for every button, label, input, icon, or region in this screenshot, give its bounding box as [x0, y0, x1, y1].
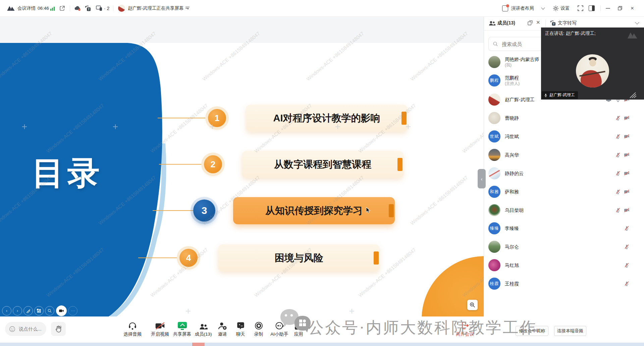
layout-icon	[502, 0, 508, 16]
layout-switch-button[interactable]: 演讲者布局	[511, 0, 534, 16]
people-icon	[199, 324, 208, 330]
cloud-record-icon[interactable]	[74, 0, 82, 16]
toolbar-video-button[interactable]: 开启视频	[147, 318, 173, 341]
share-screen-icon	[178, 322, 187, 330]
sidebar-collapse-handle[interactable]: ‹	[478, 169, 486, 188]
record-icon	[255, 322, 263, 330]
deco-plus	[210, 124, 215, 129]
accent-bar	[397, 158, 402, 171]
divider	[70, 5, 70, 11]
annotate-windows-icon[interactable]	[34, 306, 44, 315]
speaking-indicator: 正在讲话: 赵广辉-武理工;	[545, 31, 596, 37]
minimize-button[interactable]	[603, 0, 613, 16]
mic-muted-icon	[624, 263, 630, 268]
avatar: 桂霞	[488, 278, 500, 290]
avatar	[488, 204, 500, 216]
network-signal-icon	[50, 0, 55, 16]
member-row[interactable]: 高兴华	[488, 148, 639, 162]
tab-transcript[interactable]: 文字转写	[558, 20, 577, 26]
accent-bar	[389, 204, 394, 217]
deco-plus	[335, 124, 340, 129]
member-name: 赵广辉-武理工	[505, 97, 535, 103]
divider	[113, 5, 113, 11]
annotate-prev-icon[interactable]: ‹	[2, 306, 11, 315]
speaker-name-tag: 赵广辉-武理工	[542, 91, 578, 99]
member-row[interactable]: 马红旭	[488, 258, 639, 273]
side-panel-toggle-icon[interactable]	[589, 0, 595, 16]
camera-off-icon	[624, 208, 630, 213]
mic-muted-icon	[615, 134, 621, 139]
maximize-button[interactable]	[615, 0, 625, 16]
member-name: 乌日柴胡	[505, 207, 524, 213]
tab-members[interactable]: 成员(13)	[497, 20, 515, 26]
close-icon[interactable]: ✕	[536, 19, 540, 25]
camera-off-icon	[624, 189, 630, 194]
annotate-more-icon[interactable]: ⋯	[68, 306, 77, 315]
connect-audio-button[interactable]: 连接本端音频	[554, 326, 586, 336]
quick-chat-input[interactable]	[18, 326, 46, 332]
toolbar-audio-button[interactable]: 选择音频	[120, 318, 145, 341]
mic-muted-icon	[624, 244, 630, 249]
member-row[interactable]: 世斌 冯世斌	[488, 129, 639, 144]
settings-button[interactable]: 设置	[560, 0, 570, 16]
transcription-status-icon[interactable]: T	[85, 0, 91, 16]
account-watermark-text: 公众号·内师大数科院教学工作	[308, 317, 537, 338]
shared-screen-content: 目录 1 2 3 4 AI对程序设计教学的影响 从数字课程到智慧课程 从知识传授…	[0, 16, 484, 316]
annotate-camera-icon[interactable]	[56, 305, 67, 316]
popout-icon[interactable]	[528, 20, 533, 25]
avatar	[488, 56, 500, 68]
shared-screens-icon[interactable]	[96, 0, 103, 16]
member-name: 王桂霞	[505, 281, 519, 287]
chevron-down-icon[interactable]	[635, 20, 639, 24]
gear-icon[interactable]	[553, 0, 559, 16]
annotate-magnifier-icon[interactable]	[45, 306, 54, 315]
zoom-in-button[interactable]	[467, 300, 478, 310]
divider	[600, 5, 601, 11]
deco-plus	[406, 124, 411, 129]
member-name: 曹晓静	[505, 115, 519, 121]
sharing-options-icon[interactable]	[185, 0, 191, 16]
avatar	[488, 259, 500, 271]
camera-off-icon	[624, 134, 630, 139]
invite-icon	[218, 322, 227, 330]
mouse-cursor	[366, 207, 371, 214]
open-external-icon[interactable]	[59, 0, 65, 16]
speaker-video-tile[interactable]: 正在讲话: 赵广辉-武理工; 赵广辉-武理工	[541, 27, 644, 100]
member-row[interactable]: 静静的云	[488, 166, 639, 181]
brand-watermark-icon	[627, 32, 639, 39]
smiley-icon	[9, 326, 15, 333]
sharing-status-text: 赵广辉-武理工正在共享屏幕	[128, 0, 184, 16]
toc-item-2: 从数字课程到智慧课程	[242, 151, 404, 178]
avatar: 和雅	[488, 186, 500, 198]
member-row[interactable]: 臻臻 李臻臻	[488, 221, 639, 236]
toc-number-2: 2	[204, 155, 222, 173]
raise-hand-button[interactable]	[51, 322, 66, 336]
resize-grip-icon[interactable]	[629, 92, 637, 98]
camera-off-icon	[155, 322, 165, 330]
avatar	[488, 167, 500, 179]
annotate-next-icon[interactable]: ›	[13, 306, 22, 315]
meeting-timer: 06:46	[38, 0, 49, 16]
annotate-pen-icon[interactable]	[23, 306, 33, 315]
member-name: 马尔仑	[505, 244, 519, 250]
taskbar-active-app	[192, 343, 205, 346]
avatar	[488, 149, 500, 161]
member-row[interactable]: 曹晓静	[488, 111, 639, 125]
member-name: 高兴华	[505, 152, 519, 158]
close-icon[interactable]: ×	[627, 0, 637, 16]
deco-plus	[22, 124, 27, 129]
fullscreen-icon[interactable]	[578, 0, 583, 16]
raise-hand-icon	[55, 325, 62, 333]
chevron-down-icon[interactable]	[542, 0, 544, 16]
toc-item-3-label: 从知识传授到探究学习	[265, 204, 363, 218]
svg-text:T: T	[88, 7, 90, 11]
meeting-details-button[interactable]: 会议详情	[17, 0, 36, 16]
speaker-name: 赵广辉-武理工	[549, 92, 575, 98]
quick-chat-pill[interactable]	[5, 322, 46, 336]
member-row[interactable]: 乌日柴胡	[488, 203, 639, 218]
member-row[interactable]: 马尔仑	[488, 239, 639, 254]
member-row[interactable]: 和雅 萨和雅	[488, 184, 639, 199]
member-row[interactable]: 桂霞 王桂霞	[488, 276, 639, 291]
toc-number-3: 3	[193, 199, 215, 222]
toolbar-members-button[interactable]: 成员(13)	[191, 318, 216, 341]
